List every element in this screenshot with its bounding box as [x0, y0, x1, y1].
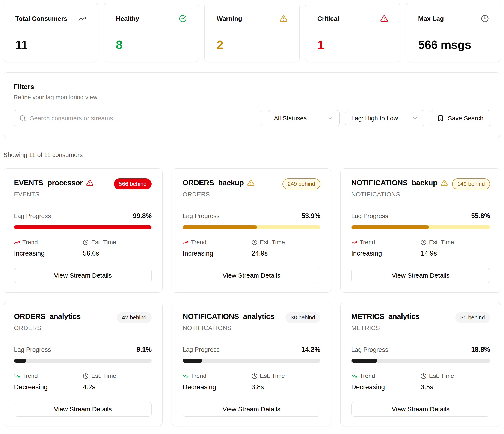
- view-stream-details-button[interactable]: View Stream Details: [182, 402, 320, 417]
- lag-progress-label: Lag Progress: [182, 212, 220, 220]
- status-filter-select[interactable]: All Statuses: [268, 110, 340, 126]
- lag-behind-badge: 249 behind: [282, 178, 320, 189]
- stat-label: Max Lag: [418, 15, 444, 22]
- trending-up-icon: [182, 240, 188, 245]
- stat-card-critical: Critical 1: [305, 3, 400, 62]
- filters-panel: Filters Refine your lag monitoring view …: [3, 72, 501, 138]
- consumer-name: NOTIFICATIONS_backup: [351, 178, 438, 187]
- clock-icon: [83, 240, 89, 245]
- clock-icon: [481, 15, 489, 23]
- trend-label: Trend: [360, 239, 375, 246]
- clock-icon: [421, 240, 426, 245]
- lag-progress-bar: [182, 225, 320, 229]
- trending-up-icon: [351, 240, 357, 245]
- est-time-label: Est. Time: [91, 239, 116, 246]
- stat-card-healthy: Healthy 8: [104, 3, 199, 62]
- view-stream-details-button[interactable]: View Stream Details: [14, 268, 152, 283]
- stat-value: 1: [317, 38, 388, 52]
- lag-progress-fill: [182, 225, 257, 229]
- est-time-label: Est. Time: [91, 373, 116, 379]
- stat-label: Total Consumers: [15, 15, 67, 22]
- trend-label: Trend: [22, 239, 38, 246]
- stream-name: EVENTS: [14, 191, 93, 198]
- alert-triangle-icon: [247, 179, 254, 186]
- est-time-label: Est. Time: [429, 373, 454, 379]
- lag-monitoring-dashboard: Total Consumers 11 Healthy 8 Warning 2 C…: [0, 0, 504, 434]
- save-search-button[interactable]: Save Search: [430, 110, 490, 126]
- lag-progress-label: Lag Progress: [14, 212, 51, 220]
- est-time-value: 3.5s: [421, 383, 490, 391]
- stat-card-max-lag: Max Lag 566 msgs: [406, 3, 501, 62]
- view-stream-details-button[interactable]: View Stream Details: [351, 268, 490, 283]
- status-filter-value: All Statuses: [274, 115, 307, 122]
- trending-down-icon: [351, 373, 357, 379]
- consumer-card: ORDERS_analytics ORDERS 42 behind Lag Pr…: [3, 302, 162, 426]
- lag-progress-value: 18.8%: [471, 346, 490, 354]
- lag-progress-bar: [14, 225, 152, 229]
- alert-triangle-icon: [280, 15, 287, 23]
- search-icon: [19, 115, 26, 122]
- lag-progress-bar: [351, 225, 490, 229]
- trend-label: Trend: [360, 373, 375, 379]
- lag-progress-value: 53.9%: [302, 212, 320, 220]
- view-stream-details-button[interactable]: View Stream Details: [14, 402, 152, 417]
- est-time-label: Est. Time: [260, 373, 285, 379]
- est-time-value: 24.9s: [252, 250, 320, 257]
- est-time-value: 4.2s: [83, 383, 152, 391]
- consumer-card: ORDERS_backup ORDERS 249 behind Lag Prog…: [171, 168, 331, 293]
- consumer-card: NOTIFICATIONS_backup NOTIFICATIONS 149 b…: [340, 168, 501, 293]
- trending-up-icon: [78, 15, 86, 23]
- clock-icon: [421, 373, 426, 379]
- stat-card-total-consumers: Total Consumers 11: [3, 3, 98, 62]
- est-time-value: 3.8s: [252, 383, 320, 391]
- trending-down-icon: [14, 373, 20, 379]
- view-stream-details-button[interactable]: View Stream Details: [351, 402, 490, 417]
- lag-behind-badge: 35 behind: [455, 312, 490, 323]
- save-search-label: Save Search: [448, 115, 483, 122]
- trending-up-icon: [14, 240, 20, 245]
- trend-value: Increasing: [351, 250, 421, 257]
- lag-progress-fill: [351, 359, 378, 363]
- check-circle-icon: [179, 15, 187, 23]
- consumer-grid: EVENTS_processor EVENTS 566 behind Lag P…: [3, 168, 501, 426]
- stream-name: NOTIFICATIONS: [182, 325, 274, 332]
- trend-label: Trend: [22, 373, 38, 379]
- lag-progress-bar: [351, 359, 490, 363]
- search-input[interactable]: [30, 115, 256, 122]
- trend-value: Increasing: [182, 250, 251, 257]
- est-time-value: 56.6s: [83, 250, 152, 257]
- stream-name: ORDERS: [182, 191, 254, 198]
- lag-progress-fill: [14, 359, 26, 363]
- sort-select[interactable]: Lag: High to Low: [345, 110, 424, 126]
- trend-value: Decreasing: [351, 383, 421, 391]
- est-time-label: Est. Time: [260, 239, 285, 246]
- consumer-name: NOTIFICATIONS_analytics: [182, 312, 274, 321]
- clock-icon: [83, 373, 89, 379]
- stat-value: 11: [15, 38, 86, 52]
- lag-progress-fill: [182, 359, 202, 363]
- lag-progress-value: 55.8%: [471, 212, 490, 220]
- est-time-label: Est. Time: [429, 239, 454, 246]
- stat-label: Healthy: [116, 15, 139, 22]
- trend-label: Trend: [191, 373, 206, 379]
- trend-value: Increasing: [14, 250, 83, 257]
- lag-progress-value: 9.1%: [137, 346, 152, 354]
- chevron-down-icon: [412, 115, 418, 121]
- stats-row: Total Consumers 11 Healthy 8 Warning 2 C…: [3, 3, 501, 62]
- lag-progress-bar: [14, 359, 152, 363]
- lag-behind-badge: 149 behind: [452, 178, 490, 189]
- consumer-card: NOTIFICATIONS_analytics NOTIFICATIONS 38…: [171, 302, 331, 426]
- est-time-value: 14.9s: [421, 250, 490, 257]
- sort-select-value: Lag: High to Low: [351, 115, 398, 122]
- filters-title: Filters: [14, 83, 490, 91]
- consumer-name: EVENTS_processor: [14, 178, 83, 187]
- lag-progress-value: 14.2%: [302, 346, 320, 354]
- lag-progress-value: 99.8%: [133, 212, 152, 220]
- view-stream-details-button[interactable]: View Stream Details: [182, 268, 320, 283]
- clock-icon: [252, 373, 257, 379]
- chevron-down-icon: [327, 115, 333, 121]
- lag-progress-fill: [14, 225, 151, 229]
- alert-triangle-icon: [441, 179, 448, 186]
- results-summary: Showing 11 of 11 consumers: [3, 151, 501, 158]
- lag-progress-label: Lag Progress: [182, 346, 220, 353]
